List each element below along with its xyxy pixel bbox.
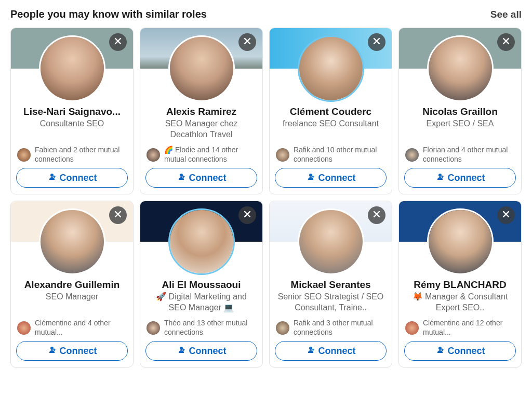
person-card[interactable]: Nicolas Graillon Expert SEO / SEA Floria…	[398, 28, 522, 194]
person-card[interactable]: Lise-Nari Saignavo... Consultante SEO Fa…	[10, 28, 134, 194]
dismiss-button[interactable]	[368, 33, 385, 51]
mutual-text: Rafik and 10 other mutual connections	[294, 146, 385, 164]
section-header: People you may know with similar roles S…	[10, 8, 522, 20]
mutual-avatar	[17, 148, 31, 162]
mutual-avatar	[405, 321, 419, 335]
close-icon	[243, 37, 251, 47]
mutual-connections[interactable]: Fabien and 2 other mutual connections	[17, 146, 127, 164]
person-card[interactable]: Mickael Serantes Senior SEO Strategist /…	[269, 201, 392, 368]
mutual-connections[interactable]: Théo and 13 other mutual connections	[147, 319, 256, 337]
mutual-connections[interactable]: Florian and 4 other mutual connections	[405, 146, 515, 164]
mutual-avatar	[405, 148, 419, 162]
dismiss-button[interactable]	[497, 206, 515, 224]
person-name[interactable]: Alexis Ramirez	[147, 106, 256, 117]
mutual-connections[interactable]: Rafik and 10 other mutual connections	[276, 146, 385, 164]
mutual-connections[interactable]: Clémentine and 4 other mutual...	[17, 319, 127, 337]
close-icon	[373, 210, 381, 220]
person-card[interactable]: Alexis Ramirez SEO Manager chez Decathlo…	[140, 28, 263, 194]
person-name[interactable]: Nicolas Graillon	[405, 106, 515, 117]
person-card[interactable]: Rémy BLANCHARD 🦊 Manager & Consultant Ex…	[398, 201, 522, 368]
connect-icon	[435, 172, 445, 184]
mutual-text: Florian and 4 other mutual connections	[423, 146, 515, 164]
close-icon	[114, 37, 122, 47]
mutual-text: Clémentine and 12 other mutual...	[423, 319, 515, 337]
person-card[interactable]: Ali El Moussaoui 🚀 Digital Marketing and…	[140, 201, 263, 368]
dismiss-button[interactable]	[238, 206, 256, 224]
connect-button[interactable]: Connect	[16, 341, 128, 361]
avatar-image	[299, 210, 363, 273]
connect-button[interactable]: Connect	[145, 168, 257, 188]
person-card[interactable]: Alexandre Guillemin SEO Manager Clémenti…	[10, 201, 134, 368]
connect-icon	[47, 172, 57, 184]
person-name[interactable]: Ali El Moussaoui	[147, 279, 256, 291]
dismiss-button[interactable]	[368, 206, 385, 224]
mutual-connections[interactable]: 🌈 Elodie and 14 other mutual connections	[147, 146, 256, 164]
avatar-image	[41, 37, 104, 100]
person-role: Consultante SEO	[17, 119, 127, 140]
connect-label: Connect	[448, 173, 485, 183]
connect-button[interactable]: Connect	[404, 341, 516, 361]
connect-icon	[177, 345, 186, 357]
avatar[interactable]	[427, 208, 494, 275]
close-icon	[243, 210, 251, 220]
mutual-avatar	[276, 148, 289, 162]
connect-icon	[306, 345, 315, 357]
avatar[interactable]	[168, 208, 235, 275]
close-icon	[114, 210, 122, 220]
person-role: Senior SEO Strategist / SEO Consultant, …	[276, 292, 385, 313]
close-icon	[373, 37, 381, 47]
connect-icon	[177, 172, 186, 184]
avatar-image	[170, 37, 233, 100]
connect-button[interactable]: Connect	[275, 341, 387, 361]
person-role: 🚀 Digital Marketing and SEO Manager 💻	[147, 292, 256, 313]
avatar[interactable]	[39, 208, 105, 275]
avatar[interactable]	[39, 35, 105, 102]
person-name[interactable]: Lise-Nari Saignavo...	[17, 106, 127, 117]
person-name[interactable]: Rémy BLANCHARD	[405, 279, 515, 291]
connect-label: Connect	[318, 173, 356, 183]
mutual-text: Rafik and 3 other mutual connections	[294, 319, 385, 337]
close-icon	[502, 37, 510, 47]
connect-label: Connect	[189, 346, 227, 357]
avatar-image	[299, 37, 363, 100]
avatar-image	[429, 37, 492, 100]
connect-icon	[306, 172, 315, 184]
dismiss-button[interactable]	[109, 206, 127, 224]
avatar-image	[170, 210, 233, 273]
person-role: 🦊 Manager & Consultant Expert SEO..	[405, 292, 515, 313]
connect-label: Connect	[318, 346, 356, 357]
mutual-avatar	[147, 148, 160, 162]
dismiss-button[interactable]	[109, 33, 127, 51]
dismiss-button[interactable]	[497, 33, 515, 51]
connect-label: Connect	[60, 346, 97, 357]
mutual-connections[interactable]: Rafik and 3 other mutual connections	[276, 319, 385, 337]
mutual-text: Clémentine and 4 other mutual...	[35, 319, 127, 337]
person-name[interactable]: Clément Couderc	[276, 106, 385, 117]
person-role: SEO Manager	[17, 292, 127, 313]
mutual-text: 🌈 Elodie and 14 other mutual connections	[164, 146, 256, 164]
connect-label: Connect	[60, 173, 97, 183]
mutual-avatar	[147, 321, 160, 335]
connect-button[interactable]: Connect	[275, 168, 387, 188]
mutual-connections[interactable]: Clémentine and 12 other mutual...	[405, 319, 515, 337]
connect-icon	[435, 345, 445, 357]
connect-button[interactable]: Connect	[145, 341, 257, 361]
close-icon	[502, 210, 510, 220]
mutual-text: Fabien and 2 other mutual connections	[35, 146, 127, 164]
section-title: People you may know with similar roles	[10, 8, 207, 20]
see-all-link[interactable]: See all	[490, 9, 522, 20]
avatar[interactable]	[298, 35, 364, 102]
person-name[interactable]: Alexandre Guillemin	[17, 279, 127, 291]
person-card[interactable]: Clément Couderc freelance SEO Consultant…	[269, 28, 392, 194]
connect-button[interactable]: Connect	[16, 168, 128, 188]
avatar[interactable]	[298, 208, 364, 275]
avatar[interactable]	[427, 35, 494, 102]
avatar[interactable]	[168, 35, 235, 102]
person-name[interactable]: Mickael Serantes	[276, 279, 385, 291]
dismiss-button[interactable]	[238, 33, 256, 51]
person-role: Expert SEO / SEA	[405, 119, 515, 140]
mutual-text: Théo and 13 other mutual connections	[164, 319, 256, 337]
person-role: SEO Manager chez Decathlon Travel	[147, 119, 256, 140]
connect-label: Connect	[448, 346, 485, 357]
connect-button[interactable]: Connect	[404, 168, 516, 188]
